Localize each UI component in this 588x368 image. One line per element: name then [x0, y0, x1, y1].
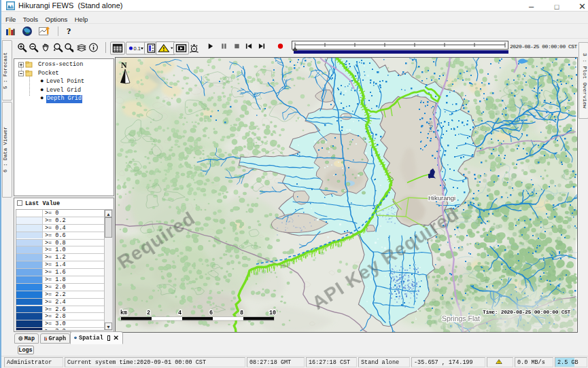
svg-text:Springs Flat: Springs Flat	[442, 314, 480, 323]
svg-text:km: km	[120, 310, 127, 316]
svg-text:SH 1: SH 1	[428, 121, 434, 133]
svg-text:8: 8	[240, 310, 243, 316]
svg-text:0.1: 0.1	[134, 45, 141, 52]
svg-text:10: 10	[269, 310, 276, 316]
svg-text:Time: 2020-08-25 00:00:00 CST: Time: 2020-08-25 00:00:00 CST	[483, 309, 571, 315]
svg-text:6: 6	[209, 310, 213, 316]
svg-text:Hikurangi: Hikurangi	[428, 194, 455, 202]
svg-text:4: 4	[178, 310, 181, 316]
svg-text:N: N	[121, 60, 127, 70]
svg-text:2: 2	[147, 310, 150, 316]
